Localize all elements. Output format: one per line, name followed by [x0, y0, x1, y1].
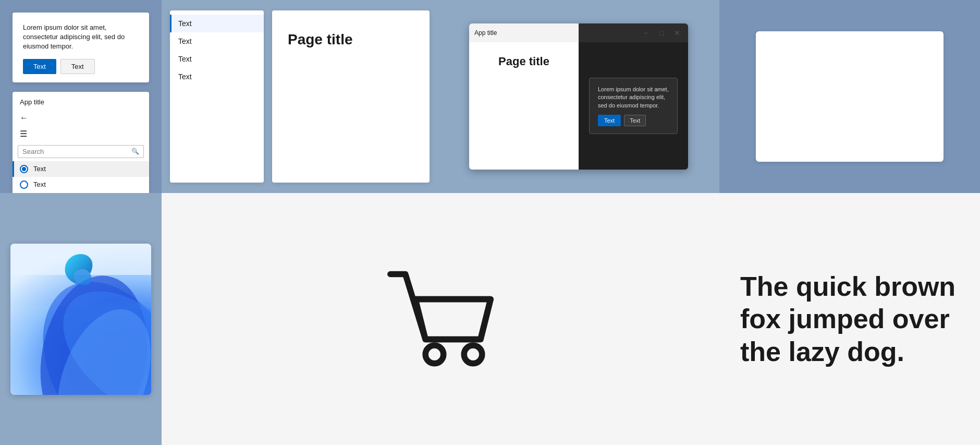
split-window: App title − □ ✕ Page title Lorem ipsum d… [469, 23, 688, 170]
split-window-body: Page title Lorem ipsum dolor sit amet, c… [469, 42, 688, 170]
restore-button[interactable]: □ [656, 27, 667, 39]
back-arrow-icon: ← [20, 113, 28, 123]
list-item-1[interactable]: Text [170, 15, 264, 32]
svg-point-7 [425, 345, 444, 364]
nav-item-1[interactable]: Text [13, 161, 149, 177]
radio-inactive-icon [20, 181, 28, 189]
nav-app-title: App title [13, 98, 149, 110]
list-item-4[interactable]: Text [170, 68, 264, 86]
list-item-2[interactable]: Text [170, 32, 264, 50]
page-title-panel: Page title [272, 10, 430, 183]
list-item-3[interactable]: Text [170, 50, 264, 68]
white-box [756, 31, 944, 162]
svg-point-8 [464, 345, 482, 364]
split-dark-half: Lorem ipsum dolor sit amet, consectetur … [579, 42, 688, 170]
search-icon: 🔍 [131, 148, 139, 155]
sample-text-line2: fox jumped over [740, 303, 956, 335]
search-input[interactable] [22, 148, 131, 155]
dialog-buttons: Text Text [23, 59, 139, 74]
popup-buttons: Text Text [598, 115, 669, 126]
edge-logo-icon [60, 248, 102, 290]
cell-top-center-right: App title − □ ✕ Page title Lorem ipsum d… [438, 0, 719, 193]
nav-item-2-label: Text [33, 181, 46, 188]
split-light-half: Page title [469, 42, 579, 170]
nav-item-2[interactable]: Text [13, 177, 149, 193]
dialog-body-text: Lorem ipsum dolor sit amet, consectetur … [23, 23, 139, 52]
cell-top-left: Lorem ipsum dolor sit amet, consectetur … [0, 0, 162, 193]
shopping-cart-icon [375, 257, 506, 382]
nav-back-button[interactable]: ← [13, 110, 149, 126]
split-window-titlebar: App title − □ ✕ [469, 23, 688, 42]
nav-search-box: 🔍 [18, 145, 144, 158]
minimize-button[interactable]: − [640, 27, 652, 39]
hamburger-icon: ☰ [20, 129, 27, 139]
cell-top-center-left: Text Text Text Text Page title [162, 0, 438, 193]
nav-hamburger-button[interactable]: ☰ [13, 126, 149, 142]
dialog-popup: Lorem ipsum dolor sit amet, consectetur … [589, 78, 678, 134]
split-app-title: App title [474, 29, 640, 37]
popup-body-text: Lorem ipsum dolor sit amet, consectetur … [598, 86, 669, 110]
cell-bottom-center [162, 193, 719, 445]
nav-item-1-label: Text [33, 165, 46, 173]
cell-bottom-left [0, 193, 162, 445]
dialog-primary-button[interactable]: Text [23, 59, 56, 74]
sample-text-line1: The quick brown [740, 270, 956, 303]
titlebar-controls: − □ ✕ [640, 27, 683, 39]
radio-active-icon [20, 165, 28, 173]
dialog-secondary-button[interactable]: Text [60, 59, 95, 74]
browser-mock [10, 244, 151, 395]
nav-panel: App title ← ☰ 🔍 Text Text [13, 92, 149, 197]
popup-primary-button[interactable]: Text [598, 115, 621, 126]
cell-top-right [719, 0, 980, 193]
popup-secondary-button[interactable]: Text [624, 115, 646, 126]
close-button[interactable]: ✕ [671, 27, 683, 39]
page-title: Page title [288, 31, 352, 48]
sample-text-block: The quick brown fox jumped over the lazy… [740, 270, 956, 368]
split-page-title: Page title [498, 55, 549, 68]
list-panel: Text Text Text Text [170, 10, 264, 183]
cell-bottom-right: The quick brown fox jumped over the lazy… [719, 193, 980, 445]
dialog-box: Lorem ipsum dolor sit amet, consectetur … [13, 13, 149, 82]
sample-text-line3: the lazy dog. [740, 335, 956, 368]
